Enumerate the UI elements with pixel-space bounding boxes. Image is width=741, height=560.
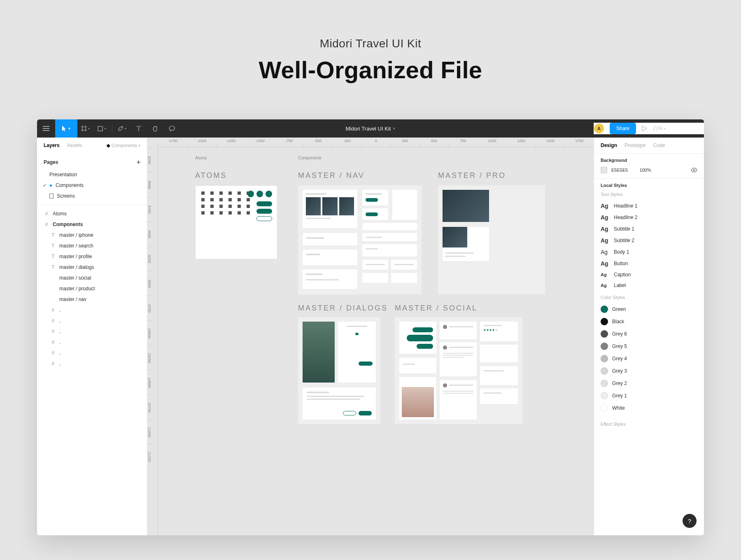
pages-header: Pages + [37, 153, 147, 169]
tab-code[interactable]: Code [653, 142, 665, 148]
screen-icon [49, 194, 54, 198]
color-style-row[interactable]: White [601, 402, 697, 414]
page-item-components[interactable]: ◆ Components [37, 180, 147, 191]
color-swatch [601, 355, 608, 362]
frame-tool[interactable]: ▼ [77, 119, 94, 138]
chevron-down-icon: ▾ [664, 127, 666, 131]
layer-label: Atoms [53, 211, 67, 217]
color-swatch [601, 330, 608, 338]
text-style-row[interactable]: AgSubtitle 1 [601, 223, 697, 235]
text-style-row[interactable]: AgCaption [601, 269, 697, 280]
color-swatch [601, 343, 608, 350]
layer-item[interactable]: #. [37, 305, 147, 315]
tab-design[interactable]: Design [601, 142, 617, 148]
present-icon[interactable] [642, 126, 647, 131]
layer-item[interactable]: #Atoms [37, 208, 147, 219]
layer-label: . [59, 339, 61, 345]
artboard-master-nav[interactable] [298, 185, 422, 294]
canvas-area[interactable]: -1750-1500-1250-1000-750-500-25002505007… [147, 138, 594, 535]
move-tool[interactable]: ▼ [55, 119, 77, 138]
color-style-row[interactable]: Grey 1 [601, 390, 697, 402]
ruler-vertical: 8250850087509000925095009750100001025010… [147, 147, 158, 535]
layer-item[interactable]: #. [37, 315, 147, 326]
layer-label: master / nav [59, 296, 86, 302]
artboard-atoms[interactable] [195, 185, 277, 259]
color-swatch [601, 318, 608, 325]
components-library-link[interactable]: ◆ Components ▾ [107, 143, 140, 148]
color-style-name: Green [612, 306, 626, 312]
artboard-master-social[interactable]: ★★★★★ [395, 317, 522, 424]
local-styles-title: Local Styles [601, 183, 697, 188]
color-style-row[interactable]: Grey 2 [601, 377, 697, 390]
color-style-row[interactable]: Grey 3 [601, 365, 697, 377]
layer-item[interactable]: #. [37, 326, 147, 337]
text-style-row[interactable]: AgHeadline 2 [601, 212, 697, 223]
pen-tool[interactable]: ▼ [114, 119, 130, 138]
file-title[interactable]: Midori Travel UI Kit ▾ [346, 126, 396, 132]
text-style-row[interactable]: AgHeadline 1 [601, 200, 697, 212]
hand-tool[interactable] [147, 119, 163, 138]
page-item-screens[interactable]: Screens [37, 191, 147, 201]
comment-tool[interactable] [163, 119, 180, 138]
hero-kicker: Midori Travel UI Kit [0, 37, 741, 50]
canvas[interactable]: AtomsComponents ATOMSMASTER / NAVMASTER … [158, 147, 594, 535]
text-style-sample: Ag [601, 203, 610, 209]
layer-item[interactable]: #. [37, 348, 147, 358]
add-page-button[interactable]: + [137, 159, 140, 166]
text-style-row[interactable]: AgButton [601, 258, 697, 269]
background-block: Background E5E5E5 100% [594, 153, 704, 178]
menu-icon[interactable] [37, 119, 55, 138]
color-style-name: Grey 6 [612, 331, 627, 337]
zoom-control[interactable]: 23% ▾ [653, 126, 666, 131]
background-swatch[interactable] [601, 167, 607, 173]
layer-item[interactable]: Tmaster / profile [37, 251, 147, 262]
chevron-down-icon: ▾ [139, 144, 140, 147]
layer-label: . [59, 318, 61, 324]
layer-item[interactable]: #. [37, 358, 147, 369]
avatar[interactable]: A [594, 124, 604, 133]
artboard-master-dialogs[interactable] [298, 317, 380, 424]
eye-icon[interactable] [691, 168, 697, 173]
color-style-row[interactable]: Grey 6 [601, 328, 697, 340]
toolbar-divider [112, 124, 112, 133]
color-style-row[interactable]: Grey 5 [601, 340, 697, 352]
page-item-presentation[interactable]: Presentation [37, 169, 147, 180]
file-title-text: Midori Travel UI Kit [346, 126, 391, 132]
color-style-name: Black [612, 319, 624, 324]
text-style-row[interactable]: AgBody 1 [601, 246, 697, 258]
color-style-row[interactable]: Green [601, 303, 697, 315]
layer-item[interactable]: master / nav [37, 294, 147, 305]
left-panel: Layers Assets ◆ Components ▾ Pages + Pre… [37, 138, 147, 535]
background-hex[interactable]: E5E5E5 [611, 168, 628, 173]
text-style-row[interactable]: AgLabel [601, 280, 697, 291]
layer-icon: T [50, 254, 56, 259]
layer-item[interactable]: master / product [37, 283, 147, 294]
artboard-master-pro[interactable] [438, 185, 545, 294]
text-style-name: Headline 2 [614, 215, 637, 220]
text-style-name: Body 1 [614, 249, 629, 255]
tab-assets[interactable]: Assets [67, 142, 82, 148]
layer-label: master / iphone [59, 232, 93, 238]
color-style-name: Grey 2 [612, 380, 627, 386]
color-style-name: Grey 5 [612, 343, 627, 349]
layer-label: master / search [59, 243, 93, 249]
frame-label: Atoms [195, 156, 207, 160]
layer-item[interactable]: #Components [37, 219, 147, 230]
layer-item[interactable]: Tmaster / dialogs [37, 262, 147, 273]
color-style-row[interactable]: Grey 4 [601, 352, 697, 365]
help-button[interactable]: ? [683, 514, 697, 528]
tab-prototype[interactable]: Prototype [624, 142, 645, 148]
layer-item[interactable]: #. [37, 337, 147, 348]
layer-item[interactable]: Tmaster / search [37, 240, 147, 251]
color-swatch [601, 404, 608, 412]
layer-item[interactable]: master / social [37, 273, 147, 283]
background-opacity[interactable]: 100% [639, 168, 651, 173]
layer-item[interactable]: Tmaster / iphone [37, 230, 147, 240]
text-style-row[interactable]: AgSubtitle 2 [601, 235, 697, 246]
tab-layers[interactable]: Layers [44, 142, 60, 148]
share-button[interactable]: Share [610, 123, 636, 134]
chevron-down-icon: ▼ [104, 127, 107, 130]
shape-tool[interactable]: ▼ [94, 119, 110, 138]
text-tool[interactable] [130, 119, 147, 138]
color-style-row[interactable]: Black [601, 315, 697, 328]
